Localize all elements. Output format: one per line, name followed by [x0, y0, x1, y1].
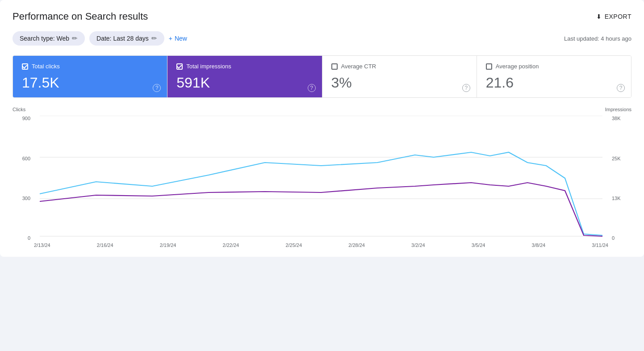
impressions-line [40, 183, 602, 236]
x-label-3: 2/19/24 [160, 242, 176, 248]
x-label-1: 2/13/24 [34, 242, 50, 248]
metric-checkbox-ctr[interactable] [331, 63, 338, 70]
x-axis-labels: 2/13/24 2/16/24 2/19/24 2/22/24 2/25/24 … [34, 242, 608, 248]
metric-header-clicks: Total clicks [22, 63, 158, 70]
metric-checkbox-impressions[interactable] [176, 63, 183, 70]
x-label-9: 3/8/24 [532, 242, 546, 248]
y-left-tick-0: 0 [28, 235, 30, 241]
edit-icon: ✏ [151, 34, 157, 42]
y-axis-left-label: Clicks [13, 107, 25, 112]
y-right-tick-38k: 38K [612, 116, 621, 121]
plus-icon: + [169, 35, 172, 42]
export-icon: ⬇ [596, 13, 602, 20]
search-type-filter[interactable]: Search type: Web ✏ [13, 31, 85, 46]
new-button[interactable]: + New [169, 35, 187, 42]
metric-header-ctr: Average CTR [331, 63, 468, 70]
filters-left: Search type: Web ✏ Date: Last 28 days ✏ … [13, 31, 187, 46]
y-right-tick-25k: 25K [612, 156, 621, 161]
x-label-7: 3/2/24 [411, 242, 425, 248]
help-icon-impressions[interactable]: ? [308, 84, 316, 92]
metric-card-position[interactable]: Average position 21.6 ? [477, 56, 631, 97]
metric-label-clicks: Total clicks [32, 63, 60, 70]
metric-label-impressions: Total impressions [186, 63, 231, 70]
date-filter[interactable]: Date: Last 28 days ✏ [89, 31, 164, 46]
edit-icon: ✏ [72, 34, 78, 42]
x-label-5: 2/25/24 [285, 242, 302, 248]
metrics-row: Total clicks 17.5K ? Total impressions 5… [13, 55, 631, 98]
metric-header-impressions: Total impressions [176, 63, 313, 70]
help-icon-ctr[interactable]: ? [462, 84, 470, 92]
metric-label-ctr: Average CTR [341, 63, 376, 70]
metric-card-total-clicks[interactable]: Total clicks 17.5K ? [13, 56, 167, 97]
help-icon-clicks[interactable]: ? [153, 84, 161, 92]
metric-value-ctr: 3% [331, 74, 468, 91]
x-label-8: 3/5/24 [472, 242, 485, 248]
page-title: Performance on Search results [13, 11, 148, 22]
metric-value-clicks: 17.5K [22, 74, 158, 91]
help-icon-position[interactable]: ? [617, 84, 625, 92]
clicks-line [40, 152, 602, 235]
filters-row: Search type: Web ✏ Date: Last 28 days ✏ … [13, 31, 631, 46]
y-axis-right-label: Impressions [605, 107, 631, 112]
y-right-tick-13k: 13K [612, 196, 621, 201]
last-updated-text: Last updated: 4 hours ago [564, 35, 631, 42]
chart-area: Clicks Impressions 900 600 300 0 [13, 102, 631, 248]
metric-header-position: Average position [486, 63, 622, 70]
performance-chart [34, 116, 608, 241]
header-row: Performance on Search results ⬇ EXPORT [13, 11, 631, 22]
y-right-tick-0: 0 [612, 235, 615, 241]
export-button[interactable]: ⬇ EXPORT [596, 13, 631, 20]
metric-label-position: Average position [496, 63, 539, 70]
metric-card-ctr[interactable]: Average CTR 3% ? [322, 56, 477, 97]
metric-checkbox-position[interactable] [486, 63, 492, 70]
metric-card-total-impressions[interactable]: Total impressions 591K ? [167, 56, 322, 97]
y-left-tick-300: 300 [22, 196, 30, 201]
x-label-10: 3/11/24 [592, 242, 608, 248]
y-left-tick-600: 600 [22, 156, 30, 161]
metric-value-impressions: 591K [176, 74, 313, 91]
metric-value-position: 21.6 [486, 74, 622, 91]
x-label-2: 2/16/24 [97, 242, 113, 248]
x-label-4: 2/22/24 [223, 242, 239, 248]
metric-checkbox-clicks[interactable] [22, 63, 28, 70]
y-left-tick-900: 900 [22, 116, 30, 121]
x-label-6: 2/28/24 [348, 242, 365, 248]
